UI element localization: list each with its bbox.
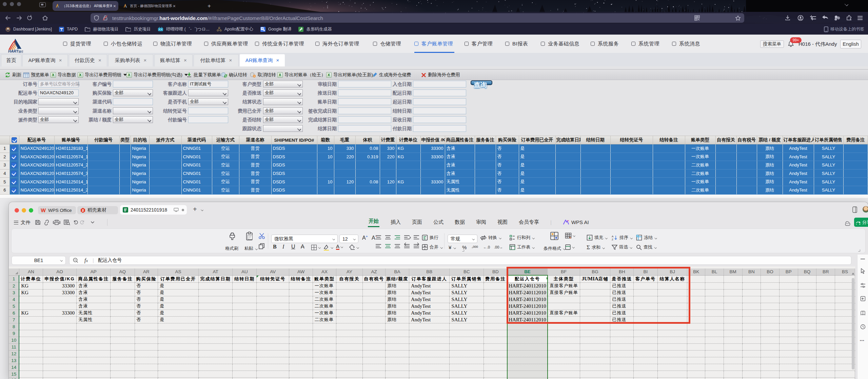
svg-text:A: A [612, 235, 614, 238]
svg-text:赫德: 赫德 [18, 50, 23, 53]
svg-text:S: S [124, 209, 126, 212]
svg-text:Z: Z [612, 238, 613, 241]
svg-text:HART: HART [8, 49, 19, 53]
